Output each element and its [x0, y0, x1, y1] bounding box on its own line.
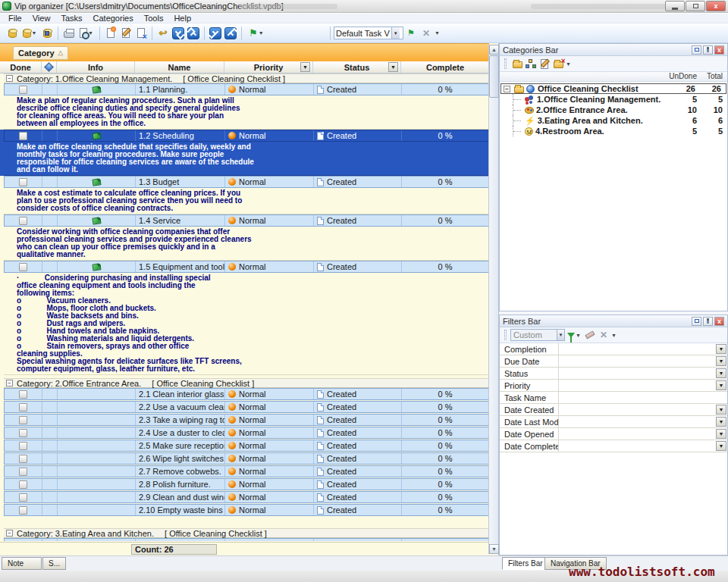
- task-view-combobox[interactable]: Default Task V ▼: [334, 27, 403, 39]
- task-row-2-6[interactable]: 2.6 Wipe light switches, door Normal Cre…: [4, 452, 489, 465]
- clear-view-button[interactable]: ✕: [419, 26, 434, 41]
- group-row-1[interactable]: − Category: 1.Office Cleaning Management…: [4, 74, 489, 83]
- filter-value-input[interactable]: [559, 368, 715, 379]
- group-row-3[interactable]: − Category: 3.Eating Area and Kitchen. […: [4, 528, 489, 538]
- task-row-1-2[interactable]: 1.2 Scheduling Normal Created 0 %: [4, 130, 489, 142]
- priority-filter-dropdown[interactable]: ▼: [300, 62, 310, 72]
- edit-category-button[interactable]: [538, 58, 551, 70]
- tree-node-checklist[interactable]: − Office Cleaning Checklist 26 26: [500, 83, 726, 94]
- tab-filters-bar[interactable]: Filters Bar: [502, 557, 549, 570]
- new-database-button[interactable]: [5, 26, 20, 41]
- task-row-1-5[interactable]: 1.5 Equipment and tools. Normal Created …: [4, 261, 489, 273]
- task-row-2-10[interactable]: 2.10 Empty waste bins at the Normal Crea…: [4, 504, 489, 516]
- scroll-down-icon[interactable]: ▼: [489, 544, 499, 554]
- task-view-flag-button[interactable]: ⚑▼: [245, 26, 268, 41]
- print-preview-button[interactable]: ▼: [77, 26, 96, 41]
- filter-value-input[interactable]: [559, 428, 715, 440]
- menu-tasks[interactable]: Tasks: [55, 14, 87, 23]
- combo-spinner[interactable]: ▼: [391, 27, 400, 39]
- title-bar[interactable]: Vip organizer [C:\Users\dmitry\Documents…: [0, 0, 728, 13]
- panel-close-icon[interactable]: x: [714, 45, 724, 55]
- done-checkbox[interactable]: [19, 442, 27, 450]
- done-checkbox[interactable]: [19, 178, 27, 186]
- tab-note[interactable]: Note: [2, 557, 42, 570]
- filter-value-input[interactable]: [559, 343, 715, 355]
- move-up-button[interactable]: [186, 26, 201, 41]
- filter-value-input[interactable]: [559, 416, 715, 427]
- filter-value-input[interactable]: [559, 355, 715, 367]
- combo-spinner[interactable]: ▼: [557, 330, 564, 340]
- filter-dropdown-icon[interactable]: ▼: [716, 356, 726, 366]
- filter-dropdown-icon[interactable]: ▼: [716, 344, 726, 354]
- column-header-complete[interactable]: Complete: [401, 61, 489, 73]
- column-header-done[interactable]: Done: [0, 61, 42, 73]
- new-category-button[interactable]: [510, 58, 524, 70]
- panel-restore-icon[interactable]: [692, 317, 701, 326]
- task-row-2-4[interactable]: 2.4 Use a duster to clean Normal Created…: [4, 427, 489, 439]
- toolbar-overflow-icon[interactable]: ▼: [435, 30, 440, 36]
- new-subcategory-button[interactable]: [524, 58, 538, 70]
- collapse-group-icon[interactable]: −: [6, 380, 13, 386]
- filter-value-input[interactable]: [559, 440, 715, 452]
- column-header-info[interactable]: Info: [57, 61, 135, 73]
- done-checkbox[interactable]: [19, 493, 27, 502]
- done-checkbox[interactable]: [19, 455, 27, 463]
- vertical-scrollbar[interactable]: ▲ ▼: [488, 45, 498, 554]
- menu-tools[interactable]: Tools: [139, 14, 169, 23]
- expand-all-button[interactable]: [208, 26, 223, 41]
- done-checkbox[interactable]: [19, 86, 27, 94]
- column-total[interactable]: Total: [697, 72, 727, 81]
- task-row-2-2[interactable]: 2.2 Use a vacuum cleaner to Normal Creat…: [4, 401, 489, 413]
- apply-view-button[interactable]: ⚑: [403, 26, 419, 41]
- filter-value-input[interactable]: [559, 392, 727, 403]
- panel-close-icon[interactable]: x: [714, 317, 724, 326]
- filters-toolbar-overflow-icon[interactable]: ▼: [611, 333, 617, 338]
- tree-node-category-1[interactable]: 1.Office Cleaning Management. 5 5: [500, 94, 727, 105]
- restore-button[interactable]: [686, 1, 705, 11]
- apply-filter-button[interactable]: ▼: [565, 329, 583, 342]
- menu-file[interactable]: File: [3, 14, 27, 23]
- task-row-2-1[interactable]: 2.1 Clean interior glass Normal Created …: [4, 388, 489, 400]
- task-row-1-1[interactable]: 1.1 Planning. Normal Created 0 %: [4, 83, 489, 95]
- minimize-button[interactable]: [665, 1, 685, 11]
- scrollbar-thumb[interactable]: [489, 55, 499, 98]
- remove-filter-button[interactable]: ✕: [597, 329, 610, 342]
- categories-toolbar-overflow-icon[interactable]: ▼: [566, 61, 571, 67]
- task-row-2-5[interactable]: 2.5 Make sure reception Normal Created 0…: [4, 440, 489, 452]
- categories-bar-header[interactable]: Categories Bar x: [500, 44, 727, 56]
- new-task-button[interactable]: [103, 26, 118, 41]
- filter-value-input[interactable]: [559, 404, 715, 415]
- clear-filter-values-button[interactable]: [583, 329, 597, 342]
- task-row-2-9[interactable]: 2.9 Clean and dust window Normal Created…: [4, 491, 489, 503]
- tree-node-category-2[interactable]: 2.Office Entrance Area. 10 10: [500, 105, 727, 115]
- filters-bar-header[interactable]: Filters Bar x: [500, 315, 727, 327]
- done-checkbox[interactable]: [19, 506, 27, 515]
- collapse-group-icon[interactable]: −: [6, 75, 13, 82]
- done-checkbox[interactable]: [19, 403, 27, 411]
- group-by-category-tab[interactable]: Category △: [13, 46, 68, 60]
- group-by-band[interactable]: Category △: [0, 43, 489, 61]
- open-database-button[interactable]: ▼: [20, 26, 39, 41]
- column-undone[interactable]: UnDone: [662, 72, 697, 81]
- task-row-2-8[interactable]: 2.8 Polish furniture. Normal Created 0 %: [4, 478, 489, 490]
- done-checkbox[interactable]: [19, 429, 27, 437]
- print-button[interactable]: [61, 26, 77, 41]
- done-checkbox[interactable]: [19, 217, 27, 225]
- done-checkbox[interactable]: [19, 390, 27, 399]
- column-header-status[interactable]: Status▼: [313, 61, 401, 73]
- task-row-2-3[interactable]: 2.3 Take a wiping rag to wash Normal Cre…: [4, 414, 489, 426]
- task-row-1-4[interactable]: 1.4 Service Normal Created 0 %: [4, 214, 489, 227]
- filter-dropdown-icon[interactable]: ▼: [716, 380, 726, 390]
- menu-view[interactable]: View: [27, 14, 56, 23]
- collapse-tree-icon[interactable]: −: [504, 86, 510, 92]
- close-button[interactable]: x: [706, 1, 726, 11]
- filter-dropdown-icon[interactable]: ▼: [716, 405, 726, 415]
- tree-node-category-3[interactable]: ⚡ 3.Eating Area and Kitchen. 6 6: [500, 115, 727, 126]
- collapse-group-icon[interactable]: −: [6, 530, 13, 537]
- move-down-button[interactable]: [171, 26, 186, 41]
- task-row-1-3[interactable]: 1.3 Budget Normal Created 0 %: [4, 176, 489, 188]
- collapse-all-button[interactable]: [223, 26, 238, 41]
- group-row-2[interactable]: − Category: 2.Office Entrance Area. [ Of…: [4, 378, 489, 388]
- scroll-up-icon[interactable]: ▲: [489, 45, 499, 55]
- save-database-button[interactable]: [39, 26, 55, 41]
